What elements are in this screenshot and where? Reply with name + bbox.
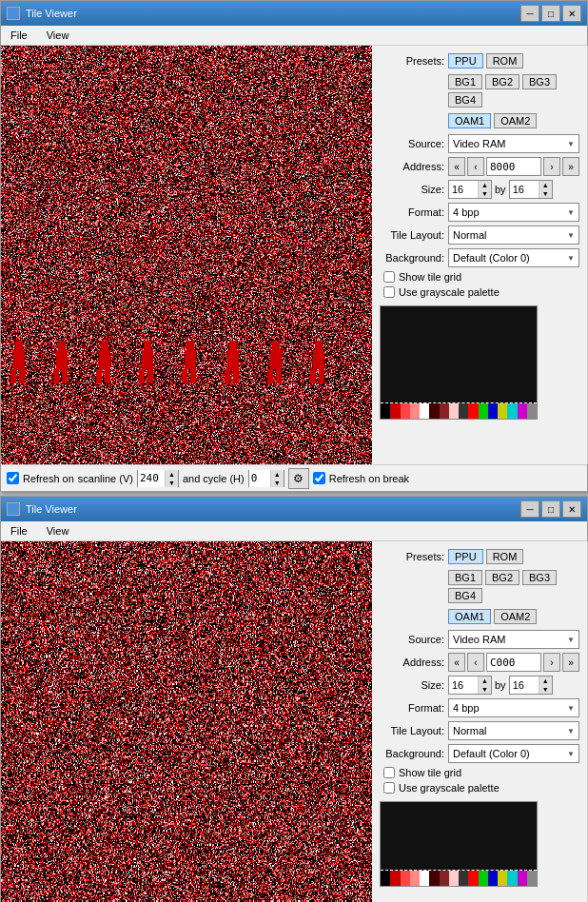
show-tile-grid-checkbox-2[interactable] [383, 767, 395, 778]
window-2: Tile Viewer ─ □ ✕ File View Presets: PPU… [0, 496, 588, 902]
menu-file-1[interactable]: File [5, 28, 33, 43]
address-input-1[interactable]: 8000 [486, 157, 541, 176]
format-dropdown-1[interactable]: 4 bpp ▼ [448, 203, 579, 222]
tile-layout-row-2: Tile Layout: Normal ▼ [380, 721, 579, 740]
scanline-spinner-1: ▲ ▼ [137, 470, 179, 487]
tile-layout-label-1: Tile Layout: [380, 229, 444, 241]
close-button-2[interactable]: ✕ [562, 500, 581, 518]
source-dropdown-1[interactable]: Video RAM ▼ [448, 134, 579, 153]
preset-bg1-2[interactable]: BG1 [448, 570, 482, 585]
preset-bg2-2[interactable]: BG2 [485, 570, 519, 585]
source-arrow-1: ▼ [567, 140, 575, 148]
cycle-up-1[interactable]: ▲ [270, 470, 284, 479]
size-height-spinner-2: ▲ ▼ [509, 676, 553, 695]
preset-bg4-1[interactable]: BG4 [448, 92, 482, 108]
preset-bg3-1[interactable]: BG3 [522, 74, 557, 89]
background-dropdown-2[interactable]: Default (Color 0) ▼ [448, 744, 579, 763]
cycle-down-1[interactable]: ▼ [270, 479, 284, 487]
preset-bg1-1[interactable]: BG1 [448, 74, 482, 89]
size-width-down-1[interactable]: ▼ [478, 189, 491, 198]
address-input-2[interactable]: C000 [486, 653, 541, 672]
source-label-2: Source: [380, 634, 444, 645]
address-prev-prev-1[interactable]: « [448, 157, 465, 176]
tile-layout-value-2: Normal [453, 725, 486, 736]
address-controls-2: « ‹ C000 › » [448, 653, 579, 672]
menu-view-1[interactable]: View [41, 28, 75, 43]
title-bar-left-2: Tile Viewer [7, 502, 77, 516]
title-bar-2: Tile Viewer ─ □ ✕ [1, 497, 587, 521]
tile-layout-value-1: Normal [453, 229, 486, 241]
size-height-input-1[interactable] [510, 181, 539, 198]
preset-oam2-2[interactable]: OAM2 [494, 609, 537, 624]
address-row-2: Address: « ‹ C000 › » [380, 653, 579, 672]
menu-bar-2: File View [1, 521, 587, 541]
show-tile-grid-checkbox-1[interactable] [383, 271, 395, 283]
tile-layout-dropdown-2[interactable]: Normal ▼ [448, 721, 579, 740]
size-controls-1: ▲ ▼ by ▲ ▼ [448, 180, 553, 199]
address-next-next-1[interactable]: » [562, 157, 579, 176]
maximize-button-1[interactable]: □ [541, 5, 560, 22]
format-row-1: Format: 4 bpp ▼ [380, 203, 579, 222]
size-width-input-1[interactable] [449, 181, 478, 198]
preset-rom-1[interactable]: ROM [486, 53, 524, 69]
status-bar-1: Refresh on scanline (V) ▲ ▼ and cycle (H… [1, 464, 587, 491]
presets-oam-1: OAM1 OAM2 [448, 113, 537, 128]
size-height-up-2[interactable]: ▲ [539, 676, 552, 685]
palette-preview-2 [380, 801, 538, 887]
menu-file-2[interactable]: File [5, 523, 33, 539]
address-next-next-2[interactable]: » [562, 653, 579, 672]
source-dropdown-2[interactable]: Video RAM ▼ [448, 630, 579, 649]
menu-view-2[interactable]: View [41, 523, 75, 539]
preset-bg2-1[interactable]: BG2 [485, 74, 519, 89]
refresh-on-label-1: Refresh on [23, 473, 74, 484]
address-prev-prev-2[interactable]: « [448, 653, 465, 672]
presets-buttons-2: PPU ROM [448, 549, 523, 564]
size-height-down-2[interactable]: ▼ [539, 685, 552, 694]
show-tile-grid-row-1: Show tile grid [380, 271, 579, 283]
size-width-input-2[interactable] [449, 676, 478, 694]
preset-oam2-1[interactable]: OAM2 [494, 113, 537, 128]
maximize-button-2[interactable]: □ [541, 500, 560, 518]
address-next-1[interactable]: › [543, 157, 560, 176]
size-height-btns-1: ▲ ▼ [539, 181, 552, 198]
format-arrow-2: ▼ [567, 704, 575, 713]
refresh-on-break-checkbox-1[interactable] [313, 472, 325, 484]
use-grayscale-checkbox-1[interactable] [383, 286, 395, 298]
address-next-2[interactable]: › [543, 653, 560, 672]
tile-canvas-1 [1, 46, 372, 464]
cycle-input-1[interactable] [249, 470, 270, 487]
size-width-up-1[interactable]: ▲ [478, 181, 491, 189]
size-height-down-1[interactable]: ▼ [539, 189, 552, 198]
preset-oam1-2[interactable]: OAM1 [448, 609, 491, 624]
address-prev-1[interactable]: ‹ [467, 157, 484, 176]
address-row-1: Address: « ‹ 8000 › » [380, 157, 579, 176]
refresh-on-break-label-1: Refresh on break [329, 473, 409, 484]
close-button-1[interactable]: ✕ [562, 5, 581, 22]
tile-layout-dropdown-1[interactable]: Normal ▼ [448, 226, 579, 245]
preset-rom-2[interactable]: ROM [486, 549, 524, 564]
preset-oam1-1[interactable]: OAM1 [448, 113, 491, 128]
size-label-2: Size: [380, 679, 444, 691]
preset-ppu-2[interactable]: PPU [448, 549, 483, 564]
app-icon-2 [7, 502, 20, 516]
scanline-up-1[interactable]: ▲ [165, 470, 178, 479]
size-height-input-2[interactable] [510, 676, 539, 694]
settings-button-1[interactable]: ⚙ [288, 468, 309, 489]
size-width-up-2[interactable]: ▲ [478, 676, 491, 685]
size-height-up-1[interactable]: ▲ [539, 181, 552, 189]
size-height-spinner-1: ▲ ▼ [509, 180, 553, 199]
minimize-button-1[interactable]: ─ [520, 5, 539, 22]
scanline-input-1[interactable] [138, 470, 165, 487]
preset-ppu-1[interactable]: PPU [448, 53, 483, 69]
size-width-down-2[interactable]: ▼ [478, 685, 491, 694]
address-prev-2[interactable]: ‹ [467, 653, 484, 672]
format-dropdown-2[interactable]: 4 bpp ▼ [448, 698, 579, 717]
presets-label-1: Presets: [380, 55, 444, 67]
scanline-down-1[interactable]: ▼ [165, 479, 178, 487]
minimize-button-2[interactable]: ─ [520, 500, 539, 518]
preset-bg4-2[interactable]: BG4 [448, 588, 482, 603]
refresh-on-scanline-checkbox-1[interactable] [7, 472, 19, 484]
preset-bg3-2[interactable]: BG3 [522, 570, 557, 585]
use-grayscale-checkbox-2[interactable] [383, 782, 395, 794]
background-dropdown-1[interactable]: Default (Color 0) ▼ [448, 248, 579, 267]
